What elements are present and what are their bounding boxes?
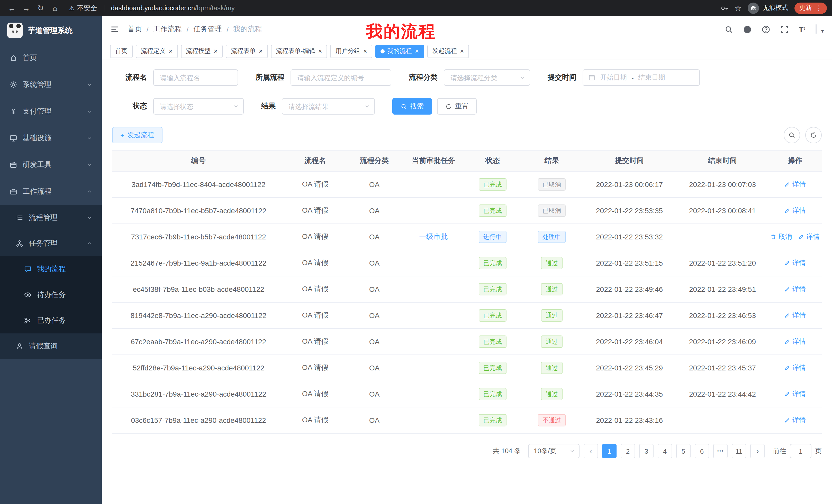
detail-link[interactable]: 详情 <box>784 363 806 372</box>
detail-link[interactable]: 详情 <box>784 206 806 215</box>
page-button-3[interactable]: 3 <box>639 444 654 458</box>
tab-my-process[interactable]: 我的流程× <box>375 45 424 58</box>
tab-home[interactable]: 首页 <box>110 45 133 58</box>
sidebar-item-payment[interactable]: 支付管理 <box>0 98 102 125</box>
user-menu[interactable]: ▾ <box>815 25 816 34</box>
page-button-4[interactable]: 4 <box>658 444 672 458</box>
tab-start-process[interactable]: 发起流程× <box>427 45 469 58</box>
security-warning[interactable]: ⚠ 不安全 <box>69 3 97 12</box>
page-button-5[interactable]: 5 <box>676 444 691 458</box>
result-badge: 处理中 <box>538 231 566 243</box>
sidebar-item-leave-query[interactable]: 请假查询 <box>0 333 102 359</box>
status-badge: 已完成 <box>479 335 506 348</box>
sidebar-item-process-mgmt[interactable]: 流程管理 <box>0 205 102 231</box>
detail-link[interactable]: 详情 <box>784 311 806 320</box>
app-logo[interactable]: 芋道管理系统 <box>0 16 102 45</box>
github-icon[interactable] <box>743 25 752 34</box>
sidebar-item-infra[interactable]: 基础设施 <box>0 125 102 151</box>
page-button-1[interactable]: 1 <box>602 444 617 458</box>
close-icon[interactable]: × <box>363 48 367 54</box>
close-icon[interactable]: × <box>169 48 173 54</box>
tab-process-form[interactable]: 流程表单× <box>226 45 268 58</box>
create-process-button[interactable]: + 发起流程 <box>112 127 162 143</box>
status-select[interactable] <box>153 98 244 115</box>
goto-page-input[interactable] <box>790 444 811 458</box>
more-pages-button[interactable]: ••• <box>713 444 728 458</box>
bookmark-star-icon[interactable]: ☆ <box>734 3 742 12</box>
detail-link[interactable]: 详情 <box>784 337 806 346</box>
browser-back-icon[interactable]: ← <box>5 1 19 15</box>
password-key-icon[interactable] <box>720 4 728 12</box>
browser-reload-icon[interactable]: ↻ <box>34 1 47 15</box>
list-icon <box>16 214 24 222</box>
reset-button[interactable]: 重置 <box>437 98 477 115</box>
fullscreen-icon[interactable] <box>780 25 789 34</box>
filter-status-label: 状态 <box>112 102 147 111</box>
detail-link[interactable]: 详情 <box>798 232 820 242</box>
cell-id: 3ad174fb-7b9d-11ec-8404-acde48001122 <box>112 171 285 198</box>
tab-process-model[interactable]: 流程模型× <box>181 45 223 58</box>
sidebar-item-workflow[interactable]: 工作流程 <box>0 178 102 205</box>
table-refresh-icon[interactable] <box>805 127 822 143</box>
close-icon[interactable]: × <box>318 48 322 54</box>
sidebar-item-system[interactable]: 系统管理 <box>0 72 102 98</box>
filter-parent: 所属流程 <box>256 69 391 86</box>
sidebar-item-my-process[interactable]: 我的流程 <box>0 256 102 282</box>
close-icon[interactable]: × <box>259 48 262 54</box>
result-badge: 通过 <box>541 335 563 348</box>
close-icon[interactable]: × <box>460 48 464 54</box>
result-badge: 已取消 <box>538 204 566 217</box>
cancel-link[interactable]: 取消 <box>770 232 792 242</box>
date-range-picker[interactable]: 开始日期 - 结束日期 <box>582 69 700 86</box>
detail-link[interactable]: 详情 <box>784 416 806 425</box>
page-button-6[interactable]: 6 <box>695 444 709 458</box>
scissors-icon <box>24 316 32 325</box>
category-select[interactable] <box>444 69 530 86</box>
table-row: 7317cec6-7b9b-11ec-b5b7-acde48001122 OA … <box>112 224 822 250</box>
browser-menu-icon[interactable]: ⋮ <box>815 4 822 12</box>
update-button[interactable]: 更新 ⋮ <box>795 2 827 13</box>
address-bar[interactable]: ⚠ 不安全 dashboard.yudao.iocoder.cn/bpm/tas… <box>69 3 235 12</box>
sidebar-item-todo-tasks[interactable]: 待办任务 <box>0 282 102 308</box>
incognito-badge[interactable]: 无痕模式 <box>748 2 788 13</box>
sidebar-item-done-tasks[interactable]: 已办任务 <box>0 308 102 333</box>
table-search-icon[interactable] <box>784 127 800 143</box>
page-size-select[interactable]: 10条/页 <box>528 444 579 458</box>
sidebar-collapse-icon[interactable] <box>110 25 119 34</box>
tab-user-group[interactable]: 用户分组× <box>330 45 372 58</box>
page-url[interactable]: dashboard.yudao.iocoder.cn/bpm/task/my <box>111 4 235 12</box>
breadcrumb-workflow[interactable]: 工作流程 <box>153 25 182 34</box>
detail-link[interactable]: 详情 <box>784 258 806 268</box>
process-definition-input[interactable] <box>290 69 391 86</box>
prev-page-button[interactable]: ‹ <box>583 444 598 458</box>
close-icon[interactable]: × <box>415 48 419 54</box>
sidebar-item-home[interactable]: 首页 <box>0 45 102 72</box>
cell-id: 52ffd28e-7b9a-11ec-a290-acde48001122 <box>112 355 285 381</box>
filter-time-label: 提交时间 <box>548 73 576 82</box>
breadcrumb-home[interactable]: 首页 <box>128 25 142 34</box>
browser-home-icon[interactable]: ⌂ <box>48 1 62 15</box>
result-select[interactable] <box>282 98 375 115</box>
page-button-11[interactable]: 11 <box>732 444 746 458</box>
search-icon[interactable] <box>725 25 733 34</box>
font-size-icon[interactable]: T↕ <box>799 25 806 33</box>
table-row: 2152467e-7b9b-11ec-9a1b-acde48001122 OA … <box>112 250 822 276</box>
process-name-input[interactable] <box>153 69 238 86</box>
next-page-button[interactable]: › <box>750 444 765 458</box>
search-button[interactable]: 搜索 <box>392 98 432 115</box>
browser-forward-icon[interactable]: → <box>20 1 33 15</box>
update-label: 更新 <box>799 4 812 12</box>
detail-link[interactable]: 详情 <box>784 285 806 294</box>
sidebar-item-task-mgmt[interactable]: 任务管理 <box>0 231 102 256</box>
tab-process-form-edit[interactable]: 流程表单-编辑× <box>271 45 327 58</box>
sidebar-item-devtools[interactable]: 研发工具 <box>0 151 102 178</box>
detail-link[interactable]: 详情 <box>784 180 806 189</box>
page-button-2[interactable]: 2 <box>621 444 635 458</box>
tab-process-definition[interactable]: 流程定义× <box>136 45 178 58</box>
close-icon[interactable]: × <box>214 48 217 54</box>
current-task-link[interactable]: 一级审批 <box>419 232 448 242</box>
help-icon[interactable] <box>762 25 771 34</box>
status-badge: 进行中 <box>479 231 506 243</box>
breadcrumb-task-mgmt[interactable]: 任务管理 <box>193 25 222 34</box>
detail-link[interactable]: 详情 <box>784 389 806 399</box>
